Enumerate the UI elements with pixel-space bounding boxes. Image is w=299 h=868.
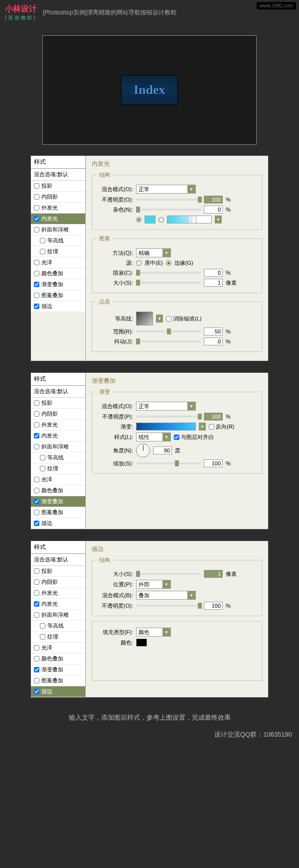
blend-mode-select[interactable]: 正常▼ [136, 185, 196, 194]
technique-select[interactable]: 精确▼ [136, 248, 171, 257]
style-checkbox[interactable] [34, 282, 39, 287]
style-item-8[interactable]: 颜色叠加 [31, 268, 85, 279]
style-checkbox[interactable] [34, 488, 39, 493]
style-item-4[interactable]: 斜面和浮雕 [31, 610, 85, 621]
style-checkbox[interactable] [34, 444, 39, 449]
style-select[interactable]: 线性▼ [136, 433, 171, 441]
style-checkbox[interactable] [34, 590, 39, 596]
style-checkbox[interactable] [40, 466, 45, 471]
style-item-1[interactable]: 内阴影 [31, 409, 85, 420]
style-item-4[interactable]: 斜面和浮雕 [31, 224, 85, 235]
noise-slider[interactable] [136, 209, 201, 211]
style-checkbox[interactable] [34, 667, 39, 672]
style-checkbox[interactable] [34, 183, 39, 189]
contour-picker[interactable] [136, 312, 153, 326]
style-item-2[interactable]: 外发光 [31, 588, 85, 599]
position-select[interactable]: 外部▼ [136, 580, 171, 589]
style-item-7[interactable]: 光泽 [31, 643, 85, 653]
style-item-11[interactable]: 描边 [31, 686, 85, 697]
jitter-slider[interactable] [136, 340, 201, 342]
style-item-2[interactable]: 外发光 [31, 203, 85, 214]
style-checkbox[interactable] [34, 579, 39, 585]
style-checkbox[interactable] [34, 271, 39, 276]
range-input[interactable] [204, 327, 223, 335]
scale-input[interactable] [204, 459, 223, 467]
style-item-5[interactable]: 等高线 [31, 452, 85, 463]
style-checkbox[interactable] [34, 194, 39, 200]
style-item-11[interactable]: 描边 [31, 301, 85, 312]
gradient-radio[interactable] [158, 217, 164, 222]
style-checkbox[interactable] [40, 634, 45, 640]
style-item-11[interactable]: 描边 [31, 518, 85, 529]
style-checkbox[interactable] [34, 645, 39, 651]
style-item-10[interactable]: 图案叠加 [31, 675, 85, 686]
blend-mode-select[interactable]: 叠加▼ [136, 591, 196, 600]
style-item-4[interactable]: 斜面和浮雕 [31, 441, 85, 452]
size-input[interactable] [204, 570, 223, 578]
style-item-3[interactable]: 内发光 [31, 214, 85, 224]
style-item-3[interactable]: 内发光 [31, 431, 85, 441]
size-input[interactable] [204, 279, 223, 287]
style-checkbox[interactable] [34, 689, 39, 694]
chevron-down-icon[interactable]: ▼ [215, 216, 222, 223]
size-slider[interactable] [136, 573, 201, 575]
style-checkbox[interactable] [34, 260, 39, 265]
style-checkbox[interactable] [34, 216, 39, 221]
style-item-3[interactable]: 内发光 [31, 599, 85, 610]
style-item-0[interactable]: 投影 [31, 181, 85, 192]
source-edge-radio[interactable] [166, 260, 171, 266]
style-checkbox[interactable] [34, 304, 39, 309]
style-checkbox[interactable] [34, 227, 39, 232]
style-item-1[interactable]: 内阴影 [31, 192, 85, 203]
gradient-preview[interactable] [167, 216, 212, 223]
style-checkbox[interactable] [40, 249, 45, 254]
fill-type-select[interactable]: 颜色▼ [136, 628, 171, 637]
style-checkbox[interactable] [34, 293, 39, 298]
style-checkbox[interactable] [34, 568, 39, 574]
style-item-6[interactable]: 纹理 [31, 632, 85, 643]
style-item-2[interactable]: 外发光 [31, 420, 85, 431]
angle-input[interactable] [153, 446, 172, 454]
style-item-0[interactable]: 投影 [31, 566, 85, 577]
choke-slider[interactable] [136, 272, 201, 274]
style-checkbox[interactable] [34, 411, 39, 417]
blend-mode-select[interactable]: 正常▼ [136, 402, 196, 411]
gradient-preview[interactable] [136, 423, 196, 431]
opacity-input[interactable] [204, 602, 223, 610]
style-item-7[interactable]: 光泽 [31, 474, 85, 485]
style-item-6[interactable]: 纹理 [31, 246, 85, 257]
style-item-9[interactable]: 渐变叠加 [31, 496, 85, 507]
style-checkbox[interactable] [34, 510, 39, 515]
style-checkbox[interactable] [34, 521, 39, 526]
style-checkbox[interactable] [34, 433, 39, 438]
styles-sub[interactable]: 混合选项:默认 [31, 169, 85, 181]
styles-sub[interactable]: 混合选项:默认 [31, 386, 85, 398]
size-slider[interactable] [136, 282, 201, 284]
style-item-9[interactable]: 渐变叠加 [31, 664, 85, 675]
style-checkbox[interactable] [40, 623, 45, 629]
style-item-7[interactable]: 光泽 [31, 257, 85, 268]
opacity-input[interactable] [204, 413, 223, 421]
style-item-5[interactable]: 等高线 [31, 235, 85, 246]
opacity-input[interactable] [204, 196, 223, 204]
style-checkbox[interactable] [40, 455, 45, 460]
style-checkbox[interactable] [34, 422, 39, 428]
style-checkbox[interactable] [34, 477, 39, 482]
style-checkbox[interactable] [40, 238, 45, 243]
color-radio[interactable] [136, 217, 142, 222]
jitter-input[interactable] [204, 337, 223, 345]
styles-sub[interactable]: 混合选项:默认 [31, 554, 85, 566]
range-slider[interactable] [136, 330, 201, 332]
style-item-8[interactable]: 颜色叠加 [31, 653, 85, 664]
opacity-slider[interactable] [136, 199, 201, 201]
chevron-down-icon[interactable]: ▼ [156, 315, 163, 323]
style-item-9[interactable]: 渐变叠加 [31, 279, 85, 290]
reverse-check[interactable]: 反向(R) [209, 423, 234, 431]
scale-slider[interactable] [136, 462, 201, 464]
style-item-10[interactable]: 图案叠加 [31, 290, 85, 301]
angle-dial[interactable] [136, 443, 150, 457]
opacity-slider[interactable] [136, 605, 201, 607]
chevron-down-icon[interactable]: ▼ [199, 423, 206, 431]
style-item-8[interactable]: 颜色叠加 [31, 485, 85, 496]
style-item-1[interactable]: 内阴影 [31, 577, 85, 588]
